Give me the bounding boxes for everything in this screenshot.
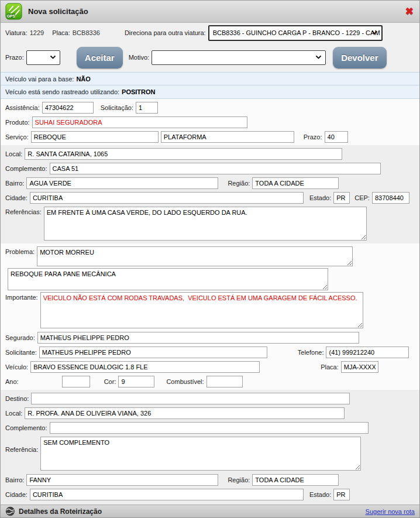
segurado-row: Segurado: <box>5 330 415 345</box>
dest-cidade-row: Cidade: Estado: <box>5 487 415 502</box>
nova-solicitacao-window: { "window": { "title": "Nova solicitação… <box>0 0 420 518</box>
svg-text:GPS: GPS <box>7 14 16 18</box>
ano-input[interactable] <box>62 376 90 387</box>
prazo-input[interactable] <box>325 131 348 143</box>
globe-icon <box>5 506 15 516</box>
origin-cep-input[interactable] <box>372 192 409 204</box>
produto-row: Produto: <box>5 115 415 129</box>
assistencia-label: Assistência: <box>5 104 40 111</box>
origin-complemento-label: Complemento: <box>5 165 47 172</box>
origin-local-input[interactable] <box>25 148 342 160</box>
chevron-down-icon <box>371 31 378 35</box>
servico-tipo-input[interactable] <box>161 131 294 143</box>
origin-estado-label: Estado: <box>309 194 331 201</box>
problem-section: Problema: MOTOR MORREU REBOQUE PARA PANE… <box>1 243 419 390</box>
dest-regiao-input[interactable] <box>252 474 339 486</box>
servico-input[interactable] <box>31 131 159 143</box>
origin-local-label: Local: <box>5 150 22 157</box>
solicitante-label: Solicitante: <box>5 349 37 356</box>
veiculo-label: Veículo: <box>5 363 28 371</box>
veiculo-row: Veículo: Placa: <box>5 359 415 374</box>
sugerir-nova-rota-link[interactable]: Sugerir nova rota <box>366 508 415 515</box>
origin-regiao-input[interactable] <box>252 177 339 189</box>
placa-input[interactable] <box>341 361 378 373</box>
base-label: Veículo vai para a base: <box>5 76 74 83</box>
origin-complemento-input[interactable] <box>50 163 381 174</box>
destino-input[interactable] <box>31 393 350 404</box>
dest-complemento-row: Complemento: <box>5 420 415 435</box>
gps-app-icon: GPS <box>5 3 22 20</box>
dest-regiao-label: Região: <box>228 476 250 483</box>
motivo-select[interactable] <box>152 50 326 65</box>
dest-cidade-label: Cidade: <box>5 491 27 498</box>
importante-label: Importante: <box>5 294 38 301</box>
origin-regiao-label: Região: <box>228 180 250 187</box>
solicitante-row: Solicitante: Telefone: <box>5 345 415 359</box>
ano-label: Ano: <box>5 378 19 385</box>
origin-cep-label: CEP: <box>354 194 370 201</box>
telefone-label: Telefone: <box>298 349 324 356</box>
solicitante-input[interactable] <box>39 347 267 358</box>
dest-bairro-row: Bairro: Região: <box>5 472 415 487</box>
origin-bairro-input[interactable] <box>26 177 218 189</box>
combustivel-input[interactable] <box>206 376 243 387</box>
dest-bairro-label: Bairro: <box>5 476 24 483</box>
dest-complemento-label: Complemento: <box>5 424 47 431</box>
origin-complemento-row: Complemento: <box>5 161 415 176</box>
aceitar-button[interactable]: Aceitar <box>77 47 123 68</box>
produto-input[interactable] <box>32 116 247 128</box>
solicitacao-input[interactable] <box>136 102 158 114</box>
importante-row: Importante: VEICULO NÃO ESTÁ COM RODAS T… <box>5 292 415 328</box>
origin-cidade-label: Cidade: <box>5 194 27 201</box>
dest-bairro-input[interactable] <box>26 474 218 486</box>
dest-estado-input[interactable] <box>333 489 350 500</box>
assistencia-input[interactable] <box>42 102 94 114</box>
problema-row: Problema: MOTOR MORREU <box>5 246 415 266</box>
dest-local-input[interactable] <box>25 407 345 419</box>
dest-referencia-textarea[interactable]: SEM COMPLEMENTO <box>40 437 361 471</box>
origin-referencias-label: Referências: <box>5 208 42 215</box>
devolver-button[interactable]: Devolver <box>333 47 386 68</box>
combustivel-label: Combustível: <box>166 378 204 385</box>
destination-section: Destino: Local: Complemento: Referência:… <box>1 390 419 505</box>
motivo-label: Motivo: <box>129 54 149 61</box>
prazo-select-label: Prazo: <box>5 54 24 61</box>
cor-input[interactable] <box>118 376 154 387</box>
prazo-label: Prazo: <box>304 133 322 140</box>
dest-cidade-input[interactable] <box>30 489 304 500</box>
segurado-input[interactable] <box>37 332 359 344</box>
close-icon[interactable]: ✖ <box>405 6 414 16</box>
placa-field-label: Placa: <box>321 363 339 371</box>
prazo-select[interactable] <box>26 50 60 65</box>
chevron-down-icon <box>315 56 322 60</box>
request-section: Assistência: Solicitação: Produto: Servi… <box>1 99 419 145</box>
ano-row: Ano: Cor: Combustível: <box>5 374 415 389</box>
importante-textarea[interactable]: VEICULO NÃO ESTÁ COM RODAS TRAVADAS, VEI… <box>40 292 363 328</box>
problema-textarea[interactable]: MOTOR MORREU <box>37 246 353 266</box>
observacao-textarea[interactable]: REBOQUE PARA PANE MECÂNICA <box>8 268 328 290</box>
dest-complemento-input[interactable] <box>50 422 369 434</box>
servico-row: Serviço: Prazo: <box>5 129 415 144</box>
rastreio-value: POSITRON <box>122 88 155 95</box>
cor-label: Cor: <box>104 378 116 385</box>
origin-section: Local: Complemento: Bairro: Região: Cida… <box>1 145 419 243</box>
direciona-viatura-selected: BCB8336 - GUINCHO CARGA P - BRANCO - 122… <box>213 29 380 36</box>
origin-estado-input[interactable] <box>333 192 350 204</box>
assistencia-row: Assistência: Solicitação: <box>5 100 415 115</box>
vehicle-info-row: Viatura: 1229 Placa: BCB8336 Direciona p… <box>1 23 419 43</box>
placa-label: Placa: <box>52 29 70 36</box>
origin-local-row: Local: <box>5 146 415 161</box>
veiculo-input[interactable] <box>30 361 260 373</box>
observacao-row: REBOQUE PARA PANE MECÂNICA <box>5 268 415 290</box>
direciona-viatura-select[interactable]: BCB8336 - GUINCHO CARGA P - BRANCO - 122… <box>208 25 383 41</box>
dest-estado-label: Estado: <box>309 491 331 498</box>
telefone-input[interactable] <box>326 347 409 358</box>
problema-label: Problema: <box>5 248 35 255</box>
viatura-value: 1229 <box>30 29 44 36</box>
dest-referencia-label: Referência: <box>5 446 38 453</box>
origin-referencias-textarea[interactable]: EM FRENTE À UMA CASA VERDE, DO LADO ESQU… <box>44 207 367 241</box>
origin-cidade-input[interactable] <box>30 192 304 204</box>
produto-label: Produto: <box>5 119 30 126</box>
footer-title: Detalhes da Roteirização <box>19 507 102 516</box>
dest-referencia-row: Referência: SEM COMPLEMENTO <box>5 437 415 471</box>
